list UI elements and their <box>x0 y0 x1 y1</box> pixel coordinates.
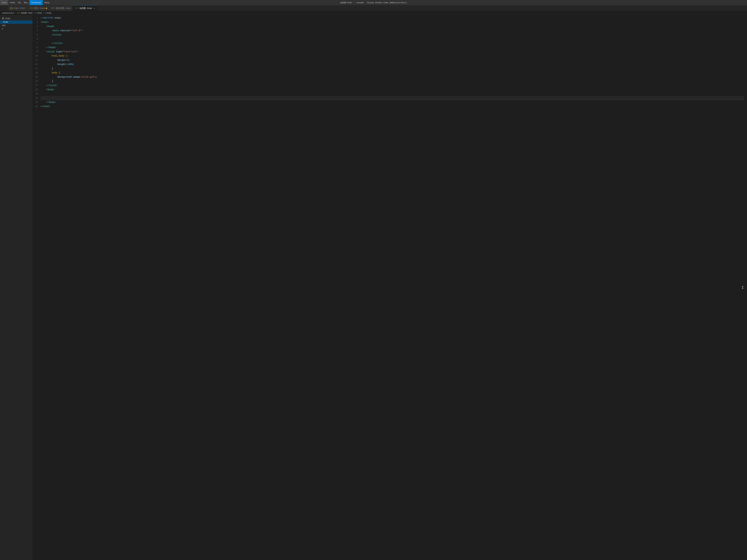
code-line-8: </head> <box>41 45 744 50</box>
code-line-4: <meta charset="utf-8"> <box>41 28 744 33</box>
sidebar-item-2[interactable]: tml <box>0 24 32 27</box>
menu-terminal[interactable]: Terminal <box>29 0 43 5</box>
tab-icon-argv: {} <box>10 7 12 9</box>
line-numbers: 12345 678910 1112131415 1617181920 2122 <box>32 16 41 559</box>
code-line-7: </title> <box>41 41 744 45</box>
tab-label-caihong: 彩虹背景.html <box>56 7 71 10</box>
tab-icon-caihong: </> <box>51 7 55 9</box>
tab-label-argv: argv.json <box>14 7 25 9</box>
code-line-6 <box>41 37 744 41</box>
code-line-15: background-image:url(6.gif); <box>41 75 744 79</box>
tab-label-dongtaitu: 动态图.html <box>79 7 92 10</box>
menu-view[interactable]: View <box>8 0 17 5</box>
sidebar-item-1[interactable]: .html <box>0 20 32 24</box>
breadcrumb-file[interactable]: 动态图.html <box>21 12 32 15</box>
code-line-11: margin:0; <box>41 58 744 62</box>
menu-tion[interactable]: tion <box>0 0 8 5</box>
code-line-1: <!DOCTYPE html> <box>41 16 744 20</box>
sidebar-item-0[interactable]: 景.html <box>0 17 32 20</box>
tab-icon-xingkong: </> <box>29 7 33 9</box>
breadcrumb-sep-2: > <box>33 12 34 14</box>
code-line-17: </style> <box>41 83 744 87</box>
sidebar: 景.html .html tml n <box>0 15 32 560</box>
code-line-2: <html> <box>41 20 744 24</box>
breadcrumb: extensions > </> 动态图.html > ⬡ html > ⬡ b… <box>0 11 747 15</box>
code-line-16: } <box>41 79 744 83</box>
tab-close-button[interactable]: ✕ <box>94 7 95 9</box>
tab-icon-dongtaitu: </> <box>75 7 78 9</box>
code-line-5: <title> <box>41 33 744 37</box>
breadcrumb-sep-1: > <box>15 12 16 14</box>
editor[interactable]: 12345 678910 1112131415 1617181920 2122 … <box>32 15 747 560</box>
sidebar-item-3[interactable]: n <box>0 27 32 31</box>
tab-dongtaitu[interactable]: </> 动态图.html ✕ <box>73 5 97 11</box>
code-line-14: body { <box>41 71 744 75</box>
code-line-22: </html> <box>41 104 744 109</box>
code-area: 12345 678910 1112131415 1617181920 2122 … <box>32 15 747 560</box>
code-line-13: } <box>41 66 744 71</box>
window-title: 动态图.html - .vscode - Visual Studio Code … <box>340 1 407 4</box>
tab-bar: ··· {} argv.json </> 星空.html </> 彩虹背景.ht… <box>0 5 747 11</box>
menu-bar: tion View Go Run Terminal Help <box>0 0 51 5</box>
breadcrumb-icon-html: ⬡ <box>35 12 36 14</box>
code-line-21: </body> <box>41 100 744 104</box>
breadcrumb-icon-file: </> <box>17 12 20 14</box>
code-content[interactable]: <!DOCTYPE html> <html> <head> <meta char… <box>41 16 747 559</box>
breadcrumb-sep-3: > <box>43 12 44 14</box>
menu-help[interactable]: Help <box>43 0 51 5</box>
breadcrumb-html[interactable]: html <box>37 12 42 14</box>
tab-label-xingkong: 星空.html <box>34 7 45 10</box>
tab-overflow-button[interactable]: ··· <box>1 10 6 16</box>
main-layout: 景.html .html tml n 12345 678910 11121314… <box>0 15 747 560</box>
tab-argv[interactable]: {} argv.json <box>8 5 28 11</box>
code-line-10: html,body { <box>41 54 744 58</box>
breadcrumb-body[interactable]: body <box>47 12 51 14</box>
cursor-indicator: 𝙸 <box>742 286 744 290</box>
title-bar: tion View Go Run Terminal Help 动态图.html … <box>0 0 747 5</box>
tab-modified-dot <box>46 8 47 9</box>
code-line-9: <style type="text/css"> <box>41 50 744 54</box>
code-line-12: height:100%; <box>41 62 744 66</box>
code-line-19 <box>41 92 744 96</box>
code-line-20 <box>41 96 744 100</box>
code-line-3: <head> <box>41 24 744 28</box>
code-line-18: <body> <box>41 87 744 92</box>
tab-caihong[interactable]: </> 彩虹背景.html <box>49 5 73 11</box>
breadcrumb-icon-body: ⬡ <box>45 12 46 14</box>
menu-go[interactable]: Go <box>17 0 22 5</box>
menu-run[interactable]: Run <box>22 0 29 5</box>
tab-xingkong[interactable]: </> 星空.html <box>28 5 49 11</box>
